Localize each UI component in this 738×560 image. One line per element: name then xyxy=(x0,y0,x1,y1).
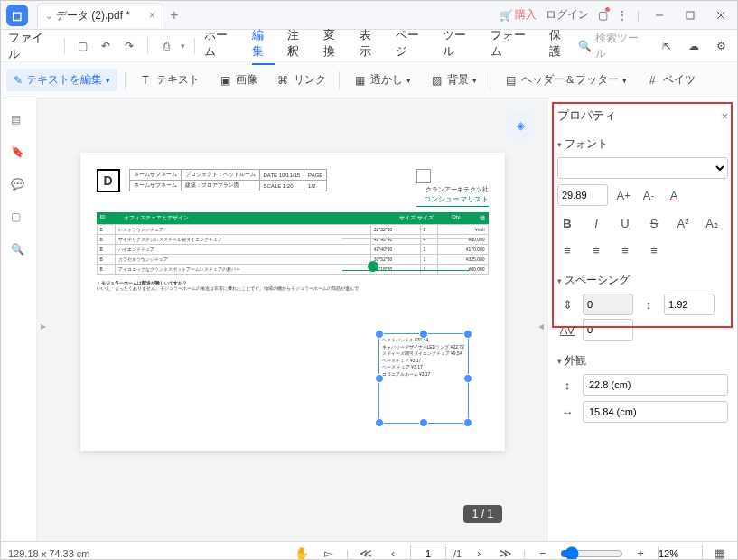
properties-panel: プロパティ× フォント A+ A- A B I U S A² A₂ ≡ ≡ ≡ xyxy=(547,98,737,541)
handle-bm[interactable] xyxy=(419,418,428,427)
hand-tool-icon[interactable]: ✋ xyxy=(292,544,312,561)
align-justify-icon[interactable]: ≡ xyxy=(644,240,664,260)
expand-left-icon[interactable]: ▸ xyxy=(41,320,46,332)
buy-link[interactable]: 🛒購入 xyxy=(500,7,537,23)
menu-edit[interactable]: 編集 xyxy=(252,27,276,65)
menu-form[interactable]: フォーム xyxy=(490,27,537,65)
increase-font-icon[interactable]: A+ xyxy=(613,185,633,205)
line-height-input[interactable] xyxy=(664,294,715,315)
bold-icon[interactable]: B xyxy=(557,213,577,233)
close-tab-icon[interactable]: × xyxy=(149,9,155,22)
bates-button[interactable]: #ベイツ xyxy=(640,70,701,90)
page-number-input[interactable] xyxy=(410,546,446,561)
background-button[interactable]: ▨背景▾ xyxy=(424,70,482,90)
next-page-icon[interactable]: › xyxy=(469,544,489,561)
underline-icon[interactable]: U xyxy=(615,213,635,233)
maximize-button[interactable] xyxy=(679,5,701,26)
header-footer-button[interactable]: ▤ヘッダー＆フッター▾ xyxy=(498,70,632,90)
italic-icon[interactable]: I xyxy=(586,213,606,233)
menu-comment[interactable]: 注釈 xyxy=(287,27,311,65)
attachment-icon[interactable]: ▢ xyxy=(11,210,27,227)
chevron-down-icon: ⌄ xyxy=(45,11,52,21)
first-page-icon[interactable]: ≪ xyxy=(356,544,376,561)
close-panel-icon[interactable]: × xyxy=(721,109,728,123)
selection-box[interactable]: ベストバンドル ¥30,54 キャバリーデザイナーLEDランプ ¥22,72 ス… xyxy=(378,333,469,424)
superscript-icon[interactable]: A² xyxy=(673,213,693,233)
menu-bar: ファイル ▢ ↶ ↷ ⎙ ▾ ホーム 編集 注釈 変換 表示 ページ ツール フ… xyxy=(1,30,737,62)
print-icon[interactable]: ⎙ xyxy=(157,37,175,55)
font-size-input[interactable] xyxy=(557,184,608,206)
handle-br[interactable] xyxy=(463,418,472,427)
close-window-button[interactable] xyxy=(710,5,732,26)
align-center-icon[interactable]: ≡ xyxy=(586,240,606,260)
prev-page-icon[interactable]: ‹ xyxy=(383,544,403,561)
tab-title: データ (2).pdf * xyxy=(56,8,130,23)
menu-view[interactable]: 表示 xyxy=(360,27,383,65)
section-header[interactable]: フォント xyxy=(557,136,728,152)
document-canvas[interactable]: ◈ ▸ ◂ D ネームサブネームプロジェクト：ベッドルームDATE 10/11/… xyxy=(37,98,547,541)
char-spacing-input[interactable] xyxy=(583,319,633,341)
font-color-icon[interactable]: A xyxy=(664,185,684,205)
comment-icon[interactable]: 💬 xyxy=(11,178,27,194)
thumbnail-icon[interactable]: ▤ xyxy=(11,113,27,129)
select-tool-icon[interactable]: ▻ xyxy=(319,544,339,561)
handle-tl[interactable] xyxy=(375,330,384,339)
page-total: /1 xyxy=(453,548,462,559)
note-block: ・モジュラーホームは配送が難しいですか？ いいえ、まったくありません。モジュラー… xyxy=(97,280,489,291)
edit-text-mode-button[interactable]: ✎ テキストを編集▾ xyxy=(6,69,117,91)
menu-home[interactable]: ホーム xyxy=(204,27,239,65)
share-icon[interactable]: ⇱ xyxy=(659,37,677,55)
zoom-select[interactable] xyxy=(658,546,703,561)
width-input[interactable] xyxy=(583,401,728,423)
crop-tool-icon[interactable]: ◈ xyxy=(508,113,533,138)
section-header[interactable]: 外観 xyxy=(557,353,728,369)
undo-icon[interactable]: ↶ xyxy=(98,37,116,55)
handle-tr[interactable] xyxy=(463,330,472,339)
new-tab-button[interactable]: + xyxy=(163,7,185,23)
zoom-out-icon[interactable]: − xyxy=(533,544,553,561)
font-section: フォント A+ A- A B I U S A² A₂ ≡ ≡ ≡ ≡ xyxy=(557,136,728,260)
align-right-icon[interactable]: ≡ xyxy=(615,240,635,260)
handle-bl[interactable] xyxy=(375,418,384,427)
height-input[interactable] xyxy=(583,374,728,396)
menu-convert[interactable]: 変換 xyxy=(323,27,347,65)
add-link-button[interactable]: ⌘リンク xyxy=(270,70,332,90)
section-header[interactable]: スペーシング xyxy=(557,273,728,288)
search-icon[interactable]: 🔍 xyxy=(11,243,27,259)
menu-protect[interactable]: 保護 xyxy=(549,27,573,65)
spacing-before-input[interactable] xyxy=(583,294,633,315)
login-link[interactable]: ログイン xyxy=(546,7,589,23)
file-menu[interactable]: ファイル xyxy=(8,30,55,62)
font-family-select[interactable] xyxy=(557,157,728,179)
handle-mr[interactable] xyxy=(463,374,472,383)
cloud-icon[interactable]: ☁ xyxy=(685,37,703,55)
handle-ml[interactable] xyxy=(375,374,384,383)
watermark-button[interactable]: ▦透かし▾ xyxy=(347,70,416,90)
search-tool[interactable]: 🔍検索ツール xyxy=(578,31,649,61)
more-icon[interactable]: ⋮ xyxy=(617,9,628,22)
bates-icon: # xyxy=(645,73,659,88)
svg-rect-1 xyxy=(687,12,694,19)
subscript-icon[interactable]: A₂ xyxy=(702,213,722,233)
strikethrough-icon[interactable]: S xyxy=(644,213,664,233)
last-page-icon[interactable]: ≫ xyxy=(496,544,516,561)
add-text-button[interactable]: Tテキスト xyxy=(133,70,205,90)
menu-tool[interactable]: ツール xyxy=(443,27,478,65)
settings-icon[interactable]: ⚙ xyxy=(712,37,730,55)
document-tab[interactable]: ⌄ データ (2).pdf * × xyxy=(37,3,163,28)
redo-icon[interactable]: ↷ xyxy=(120,37,138,55)
decrease-font-icon[interactable]: A- xyxy=(639,185,659,205)
notification-icon[interactable]: ▢ xyxy=(598,9,608,22)
zoom-in-icon[interactable]: + xyxy=(631,544,650,561)
add-image-button[interactable]: ▣画像 xyxy=(212,70,263,90)
edit-icon: ✎ xyxy=(14,74,23,87)
bookmark-icon[interactable]: 🔖 xyxy=(11,145,27,162)
align-left-icon[interactable]: ≡ xyxy=(557,240,577,260)
save-icon[interactable]: ▢ xyxy=(74,37,92,55)
handle-tm[interactable] xyxy=(419,330,428,339)
minimize-button[interactable] xyxy=(649,5,670,26)
fit-page-icon[interactable]: ▦ xyxy=(710,544,730,561)
expand-right-icon[interactable]: ◂ xyxy=(538,320,544,332)
zoom-slider[interactable] xyxy=(560,546,623,561)
menu-page[interactable]: ページ xyxy=(396,27,431,65)
